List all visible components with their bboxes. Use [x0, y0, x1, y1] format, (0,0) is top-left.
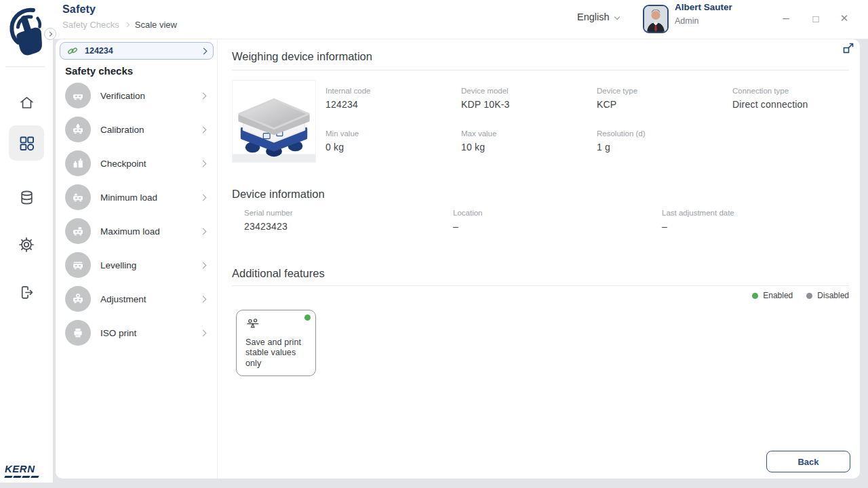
field-value: 0 kg	[326, 142, 461, 152]
chevron-right-icon	[200, 92, 207, 99]
field-value: 23423423	[244, 221, 453, 232]
field-label: Device model	[461, 87, 597, 95]
field-value: 1 g	[597, 142, 732, 152]
field-label: Connection type	[732, 87, 868, 95]
sidebar-item-maximum-load[interactable]: Maximum load	[56, 214, 217, 248]
field-resolution: Resolution (d) 1 g	[597, 129, 732, 152]
settings-icon	[18, 236, 35, 253]
kern-wordmark: KERN	[5, 463, 47, 478]
kern-wordmark-underline	[5, 476, 47, 478]
sidebar-item-minimum-load[interactable]: Minimum load	[56, 180, 217, 214]
rail-item-dashboard[interactable]	[9, 125, 44, 161]
max-load-icon	[65, 218, 91, 244]
legend-enabled-label: Enabled	[763, 291, 793, 300]
field-serial-number: Serial number 23423423	[244, 209, 453, 232]
scale-view-content: Weighing device information	[218, 39, 860, 479]
safety-checks-sidebar: 124234 Safety checks Verification Calibr…	[56, 39, 218, 479]
expand-icon[interactable]	[842, 42, 854, 54]
sidebar-item-verification[interactable]: Verification	[56, 79, 217, 113]
top-bar: Safety Safety Checks Scale view English …	[53, 0, 868, 39]
chevron-right-icon	[200, 228, 207, 235]
minimize-icon: –	[783, 12, 789, 25]
sidebar-item-label: Maximum load	[100, 226, 201, 237]
breadcrumb-current: Scale view	[135, 20, 177, 30]
close-icon: ✕	[840, 12, 849, 24]
adjustment-icon	[65, 286, 91, 312]
field-label: Device type	[597, 87, 732, 95]
link-icon	[67, 45, 78, 56]
language-selector[interactable]: English	[577, 12, 619, 22]
main-panel: 124234 Safety checks Verification Calibr…	[56, 39, 860, 479]
balance-icon	[245, 318, 261, 331]
maximize-icon: □	[812, 13, 818, 24]
sidebar-collapse-toggle[interactable]	[44, 28, 56, 40]
avatar-photo	[644, 6, 667, 32]
section-divider	[232, 285, 849, 286]
rail-item-logout[interactable]	[0, 277, 53, 308]
field-value: –	[662, 221, 868, 232]
legend-disabled: Disabled	[806, 291, 849, 300]
rail-item-database[interactable]	[0, 182, 53, 213]
features-legend: Enabled Disabled	[752, 291, 849, 300]
chevron-down-icon	[614, 14, 619, 20]
field-max-value: Max value 10 kg	[461, 129, 597, 152]
rail-item-home[interactable]	[0, 87, 53, 118]
chevron-right-icon	[47, 32, 52, 36]
breadcrumb: Safety Checks Scale view	[62, 20, 177, 30]
printer-icon: ISO	[65, 320, 91, 346]
feature-card-label: Save and print stable values only	[245, 338, 309, 369]
close-button[interactable]: ✕	[834, 8, 854, 28]
field-label: Serial number	[244, 209, 453, 217]
test-weights-icon	[65, 150, 91, 176]
feature-card-save-print-stable: Save and print stable values only	[236, 310, 316, 376]
breadcrumb-parent[interactable]: Safety Checks	[62, 20, 119, 30]
sidebar-item-label: Levelling	[100, 260, 201, 270]
sidebar-item-label: Minimum load	[100, 192, 201, 203]
language-selected-label: English	[577, 12, 610, 22]
maximize-button[interactable]: □	[806, 8, 826, 28]
sidebar-item-label: ISO print	[100, 328, 201, 338]
sidebar-item-adjustment[interactable]: Adjustment	[56, 282, 217, 316]
field-value: Direct connection	[732, 99, 868, 110]
chevron-right-icon	[125, 22, 130, 27]
home-icon	[18, 94, 35, 111]
field-value: 124234	[326, 99, 461, 110]
section-title-device: Device information	[232, 188, 325, 201]
section-title-weighing: Weighing device information	[232, 50, 372, 63]
rail-item-settings[interactable]	[0, 229, 53, 260]
field-label: Resolution (d)	[597, 129, 732, 138]
legend-disabled-label: Disabled	[817, 291, 849, 300]
sidebar-item-calibration[interactable]: Calibration	[56, 113, 217, 146]
chevron-right-icon	[200, 296, 207, 302]
min-load-icon	[65, 184, 91, 210]
back-button[interactable]: Back	[766, 451, 850, 472]
field-label: Max value	[461, 129, 597, 138]
user-name: Albert Sauter	[675, 2, 732, 12]
device-chip[interactable]: 124234	[60, 42, 214, 60]
avatar[interactable]	[643, 5, 669, 33]
device-photo	[232, 80, 316, 163]
section-title-features: Additional features	[232, 267, 325, 280]
sidebar-item-label: Checkpoint	[100, 159, 201, 169]
safety-checks-list: Verification Calibration Checkpoint	[56, 79, 217, 350]
rail-divider	[5, 66, 45, 67]
minimize-button[interactable]: –	[776, 8, 796, 28]
weighing-fields: Internal code 124234 Device model KDP 10…	[326, 87, 868, 152]
scale-device-image	[233, 81, 315, 162]
sidebar-item-levelling[interactable]: Levelling	[56, 248, 217, 282]
kern-touch-logo-icon	[5, 7, 47, 64]
sidebar-item-label: Calibration	[100, 125, 201, 135]
field-min-value: Min value 0 kg	[326, 129, 461, 152]
device-fields: Serial number 23423423 Location – Last a…	[244, 209, 868, 232]
chevron-right-icon	[201, 47, 208, 54]
chevron-right-icon	[200, 329, 207, 336]
chevron-right-icon	[200, 194, 207, 201]
sidebar-heading: Safety checks	[65, 65, 133, 77]
svg-text:ISO: ISO	[76, 334, 80, 337]
page-title: Safety	[62, 3, 96, 16]
sidebar-item-checkpoint[interactable]: Checkpoint	[56, 146, 217, 180]
field-location: Location –	[453, 209, 662, 232]
field-device-type: Device type KCP	[597, 87, 732, 110]
sidebar-item-iso-print[interactable]: ISO ISO print	[56, 316, 217, 350]
enabled-dot-icon	[752, 293, 758, 299]
